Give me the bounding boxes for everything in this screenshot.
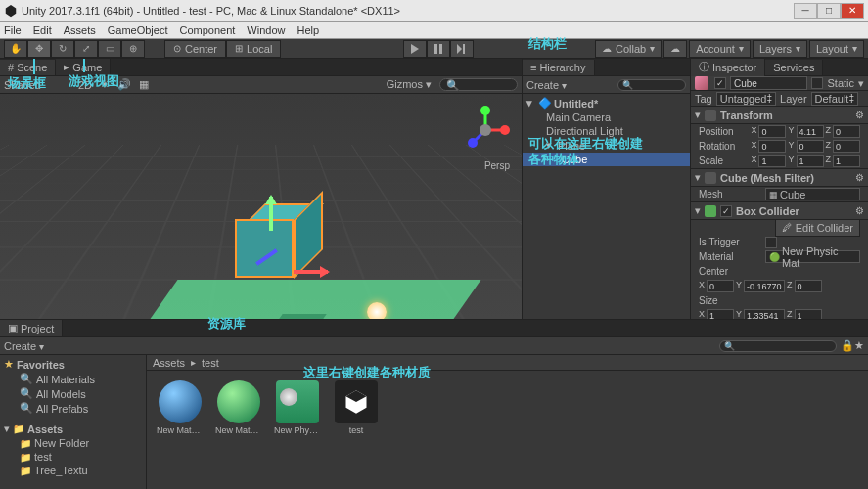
menu-help[interactable]: Help bbox=[297, 24, 319, 36]
gizmos-dropdown[interactable]: Gizmos ▾ bbox=[387, 78, 432, 91]
menu-edit[interactable]: Edit bbox=[33, 24, 52, 36]
menu-gameobject[interactable]: GameObject bbox=[108, 24, 168, 36]
menu-assets[interactable]: Assets bbox=[64, 24, 96, 36]
rot-x[interactable]: 0 bbox=[758, 140, 786, 153]
directional-light-icon[interactable] bbox=[367, 302, 387, 319]
scale-z[interactable]: 1 bbox=[833, 155, 860, 167]
tab-scene[interactable]: # Scene bbox=[0, 60, 56, 75]
pos-z[interactable]: 0 bbox=[833, 125, 860, 138]
folder-test[interactable]: 📁test bbox=[0, 450, 146, 464]
scale-tool[interactable]: ⤢ bbox=[74, 40, 98, 58]
persp-label[interactable]: Persp bbox=[484, 160, 510, 171]
mesh-field[interactable]: ▦ Cube bbox=[765, 188, 860, 200]
tab-game[interactable]: ▸ Game bbox=[56, 59, 111, 75]
project-star-icon[interactable]: ★ bbox=[854, 339, 864, 352]
audio-toggle-icon[interactable]: 🔊 bbox=[117, 78, 131, 91]
pos-x[interactable]: 0 bbox=[758, 125, 786, 138]
meshfilter-component[interactable]: ▾Cube (Mesh Filter)⚙ bbox=[691, 168, 868, 187]
transform-component[interactable]: ▾Transform⚙ bbox=[691, 106, 868, 124]
size-z[interactable]: 1 bbox=[795, 309, 822, 319]
rect-tool[interactable]: ▭ bbox=[98, 40, 121, 58]
asset-scene-test[interactable]: test bbox=[333, 380, 380, 435]
boxcollider-component[interactable]: ▾✓Box Collider⚙ bbox=[691, 201, 868, 220]
breadcrumb-test[interactable]: test bbox=[202, 357, 219, 369]
hierarchy-scene[interactable]: ▾🔷 Untitled* bbox=[523, 96, 690, 111]
asset-physic-material[interactable]: New Physic... bbox=[274, 380, 321, 435]
maximize-button[interactable]: □ bbox=[817, 3, 841, 19]
gear-icon[interactable]: ⚙ bbox=[855, 172, 864, 183]
menu-window[interactable]: Window bbox=[247, 24, 285, 36]
project-create[interactable]: Create ▾ bbox=[4, 340, 44, 352]
move-tool[interactable]: ✥ bbox=[27, 40, 51, 58]
center-y[interactable]: -0.16770 bbox=[744, 280, 785, 292]
asset-material-green[interactable]: New Materi... bbox=[215, 380, 262, 435]
gameobject-name-field[interactable]: Cube bbox=[730, 76, 807, 90]
project-search[interactable]: 🔍 bbox=[719, 340, 837, 352]
hierarchy-directional-light[interactable]: Directional Light bbox=[523, 124, 690, 138]
account-dropdown[interactable]: Account ▾ bbox=[689, 40, 751, 58]
fx-toggle-icon[interactable]: ▦ bbox=[139, 78, 149, 91]
tab-project[interactable]: ▣ Project bbox=[0, 320, 63, 336]
project-filter-icon[interactable]: 🔒 bbox=[841, 339, 854, 352]
hierarchy-main-camera[interactable]: Main Camera bbox=[523, 111, 690, 124]
physmat-field[interactable]: 🟢 New Physic Mat bbox=[765, 250, 860, 263]
shaded-dropdown[interactable]: Shaded bbox=[4, 79, 41, 91]
scene-viewport[interactable]: Persp bbox=[0, 94, 522, 319]
folder-newfolder[interactable]: 📁New Folder bbox=[0, 436, 146, 450]
layer-dropdown[interactable]: Default ‡ bbox=[811, 92, 858, 106]
hierarchy-plane[interactable]: ▾Plane bbox=[523, 138, 690, 153]
tag-dropdown[interactable]: Untagged ‡ bbox=[716, 92, 776, 106]
gizmo-y-axis[interactable] bbox=[269, 197, 273, 231]
hand-tool[interactable]: ✋ bbox=[4, 40, 27, 58]
size-y[interactable]: 1.33541 bbox=[744, 309, 785, 319]
favorites-header[interactable]: ★Favorites bbox=[0, 357, 146, 372]
cloud-button[interactable]: ☁ bbox=[663, 40, 687, 58]
close-button[interactable]: ✕ bbox=[841, 3, 864, 19]
scale-y[interactable]: 1 bbox=[797, 155, 824, 167]
2d-toggle[interactable]: 2D bbox=[78, 79, 92, 91]
gameobject-active-checkbox[interactable]: ✓ bbox=[714, 77, 726, 89]
fav-models[interactable]: 🔍 All Models bbox=[0, 386, 146, 401]
asset-material-blue[interactable]: New Materi... bbox=[157, 380, 204, 435]
tab-inspector[interactable]: ⓘ Inspector bbox=[691, 59, 765, 76]
center-x[interactable]: 0 bbox=[707, 280, 734, 292]
hierarchy-cube[interactable]: Cube bbox=[523, 153, 690, 166]
pivot-local[interactable]: ⊞ Local bbox=[226, 40, 281, 58]
fav-materials[interactable]: 🔍 All Materials bbox=[0, 372, 146, 386]
step-button[interactable] bbox=[450, 40, 474, 58]
static-checkbox[interactable] bbox=[811, 77, 823, 89]
fav-prefabs[interactable]: 🔍 All Prefabs bbox=[0, 401, 146, 416]
rot-z[interactable]: 0 bbox=[833, 140, 860, 153]
istrigger-checkbox[interactable] bbox=[765, 237, 777, 248]
pause-button[interactable] bbox=[427, 40, 450, 58]
gear-icon[interactable]: ⚙ bbox=[855, 110, 864, 120]
minimize-button[interactable]: ─ bbox=[794, 3, 817, 19]
folder-tree-textu[interactable]: 📁Tree_Textu bbox=[0, 464, 146, 477]
gear-icon[interactable]: ⚙ bbox=[855, 205, 864, 216]
size-x[interactable]: 1 bbox=[707, 309, 734, 319]
light-toggle-icon[interactable]: ☀ bbox=[100, 78, 110, 91]
scene-search[interactable]: 🔍 bbox=[439, 78, 518, 91]
layout-dropdown[interactable]: Layout ▾ bbox=[809, 40, 864, 58]
pos-y[interactable]: 4.11 bbox=[797, 125, 824, 138]
transform-tool[interactable]: ⊕ bbox=[121, 40, 145, 58]
axis-orientation-gizmo[interactable] bbox=[461, 106, 510, 155]
tab-hierarchy[interactable]: ≡ Hierarchy bbox=[523, 60, 595, 75]
breadcrumb-assets[interactable]: Assets bbox=[153, 357, 185, 369]
gizmo-x-axis[interactable] bbox=[294, 270, 328, 274]
collab-dropdown[interactable]: ☁ Collab ▾ bbox=[595, 40, 662, 58]
play-button[interactable] bbox=[403, 40, 427, 58]
center-z[interactable]: 0 bbox=[795, 280, 822, 292]
rot-y[interactable]: 0 bbox=[797, 140, 824, 153]
tab-services[interactable]: Services bbox=[765, 60, 823, 75]
rotate-tool[interactable]: ↻ bbox=[51, 40, 74, 58]
layers-dropdown[interactable]: Layers ▾ bbox=[753, 40, 807, 58]
edit-collider-button[interactable]: 🖉 Edit Collider bbox=[775, 219, 860, 237]
scale-x[interactable]: 1 bbox=[758, 155, 786, 167]
menu-component[interactable]: Component bbox=[179, 24, 235, 36]
menu-file[interactable]: File bbox=[4, 24, 22, 36]
assets-header[interactable]: ▾ 📁Assets bbox=[0, 422, 146, 436]
hierarchy-search[interactable]: 🔍 bbox=[617, 79, 686, 91]
pivot-center[interactable]: ⊙ Center bbox=[164, 40, 226, 58]
hierarchy-create[interactable]: Create ▾ bbox=[526, 79, 567, 91]
